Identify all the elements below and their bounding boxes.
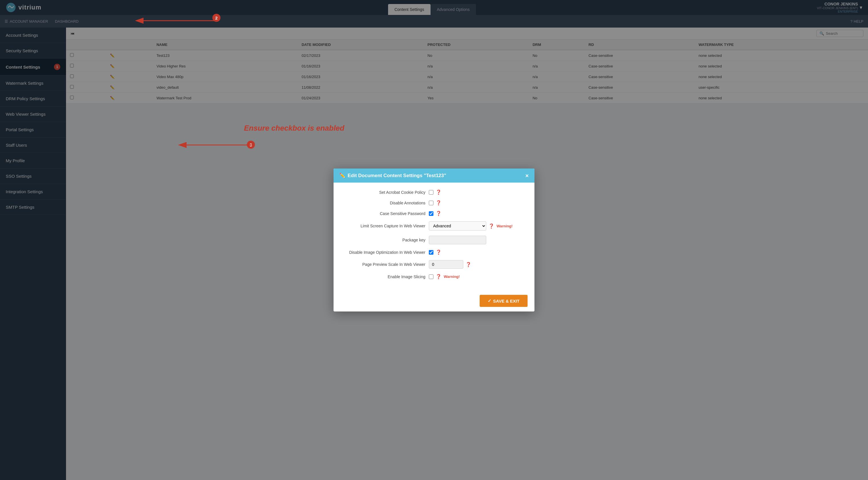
modal-close-button[interactable]: × <box>525 173 529 179</box>
label-acrobat-cookie: Set Acrobat Cookie Policy <box>345 190 425 194</box>
label-image-slicing: Enable Image Slicing <box>345 274 425 279</box>
help-disable-image-opt-icon[interactable]: ❓ <box>436 249 441 255</box>
help-page-preview-scale-icon[interactable]: ❓ <box>466 262 471 267</box>
input-page-preview-scale[interactable] <box>429 260 463 269</box>
help-screen-capture-icon[interactable]: ❓ <box>489 223 494 229</box>
control-disable-image-opt: ❓ <box>429 249 523 255</box>
checkbox-acrobat-cookie[interactable] <box>429 190 433 194</box>
modal-dialog: ✏️ Edit Document Content Settings "Test1… <box>334 169 534 311</box>
modal-overlay: ✏️ Edit Document Content Settings "Test1… <box>0 0 868 480</box>
modal-title: ✏️ Edit Document Content Settings "Test1… <box>339 173 446 179</box>
label-screen-capture: Limit Screen Capture In Web Viewer <box>345 223 425 228</box>
control-package-key <box>429 236 523 244</box>
checkbox-case-sensitive[interactable] <box>429 211 433 216</box>
label-case-sensitive: Case Sensitive Password <box>345 211 425 216</box>
label-page-preview-scale: Page Preview Scale In Web Viewer <box>345 262 425 267</box>
form-row-disable-annotations: Disable Annotations ❓ <box>345 200 523 206</box>
label-disable-image-opt: Disable Image Optimization In Web Viewer <box>345 250 425 254</box>
warning-image-slicing: Warning! <box>444 274 460 279</box>
control-page-preview-scale: ❓ <box>429 260 523 269</box>
control-case-sensitive: ❓ <box>429 211 523 216</box>
modal-footer: ✓ SAVE & EXIT <box>334 290 534 311</box>
input-package-key[interactable] <box>429 236 486 244</box>
form-row-case-sensitive: Case Sensitive Password ❓ <box>345 211 523 216</box>
label-disable-annotations: Disable Annotations <box>345 201 425 205</box>
checkmark-icon: ✓ <box>488 298 491 303</box>
pencil-icon: ✏️ <box>339 173 345 179</box>
control-acrobat-cookie: ❓ <box>429 189 523 195</box>
checkbox-disable-annotations[interactable] <box>429 201 433 205</box>
control-screen-capture: None Basic Advanced Maximum ❓ Warning! <box>429 221 523 231</box>
warning-screen-capture: Warning! <box>497 224 513 228</box>
checkbox-image-slicing[interactable] <box>429 274 433 279</box>
form-row-disable-image-opt: Disable Image Optimization In Web Viewer… <box>345 249 523 255</box>
modal-header: ✏️ Edit Document Content Settings "Test1… <box>334 169 534 183</box>
control-disable-annotations: ❓ <box>429 200 523 206</box>
label-package-key: Package key <box>345 238 425 242</box>
save-exit-button[interactable]: ✓ SAVE & EXIT <box>479 295 528 307</box>
form-row-page-preview-scale: Page Preview Scale In Web Viewer ❓ <box>345 260 523 269</box>
help-case-sensitive-icon[interactable]: ❓ <box>436 211 441 216</box>
control-image-slicing: ❓ Warning! <box>429 274 523 279</box>
modal-body: Set Acrobat Cookie Policy ❓ Disable Anno… <box>334 183 534 290</box>
help-disable-annotations-icon[interactable]: ❓ <box>436 200 441 206</box>
help-acrobat-cookie-icon[interactable]: ❓ <box>436 189 441 195</box>
checkbox-disable-image-opt[interactable] <box>429 250 433 254</box>
form-row-image-slicing: Enable Image Slicing ❓ Warning! <box>345 274 523 279</box>
form-row-acrobat-cookie: Set Acrobat Cookie Policy ❓ <box>345 189 523 195</box>
form-row-package-key: Package key <box>345 236 523 244</box>
help-image-slicing-icon[interactable]: ❓ <box>436 274 441 279</box>
select-screen-capture[interactable]: None Basic Advanced Maximum <box>429 221 486 231</box>
form-row-screen-capture: Limit Screen Capture In Web Viewer None … <box>345 221 523 231</box>
